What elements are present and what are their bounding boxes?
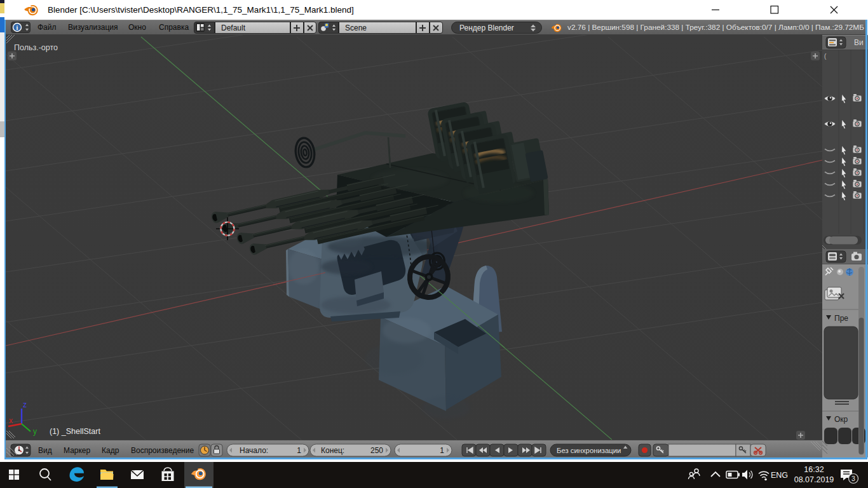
svg-text:Маркер: Маркер <box>64 446 91 455</box>
svg-text:y: y <box>33 427 37 436</box>
svg-text:250: 250 <box>370 446 383 455</box>
svg-text:1: 1 <box>297 446 301 455</box>
svg-text:Пре: Пре <box>834 314 848 323</box>
svg-text:ENG: ENG <box>771 471 788 480</box>
svg-text:(1) _ShellStart: (1) _ShellStart <box>50 427 100 436</box>
svg-text:Польз.-орто: Польз.-орто <box>14 43 58 52</box>
svg-text:16:32: 16:32 <box>804 465 824 474</box>
svg-text:x: x <box>9 416 13 425</box>
svg-text:Вид: Вид <box>38 446 52 455</box>
svg-text:Воспроизведение: Воспроизведение <box>131 446 194 455</box>
svg-text:Конец:: Конец: <box>321 446 344 455</box>
svg-text:(: ( <box>824 53 827 60</box>
svg-text:z: z <box>23 400 27 409</box>
svg-text:Кадр: Кадр <box>102 446 119 455</box>
svg-text:1: 1 <box>440 446 444 455</box>
svg-text:Ви: Ви <box>854 38 864 47</box>
svg-text:Окр: Окр <box>834 415 848 424</box>
svg-text:3: 3 <box>851 475 855 482</box>
svg-text:08.07.2019: 08.07.2019 <box>794 475 834 484</box>
svg-text:Начало:: Начало: <box>240 446 268 455</box>
svg-text:Без синхронизации: Без синхронизации <box>557 447 621 454</box>
svg-text:i: i <box>17 24 18 31</box>
